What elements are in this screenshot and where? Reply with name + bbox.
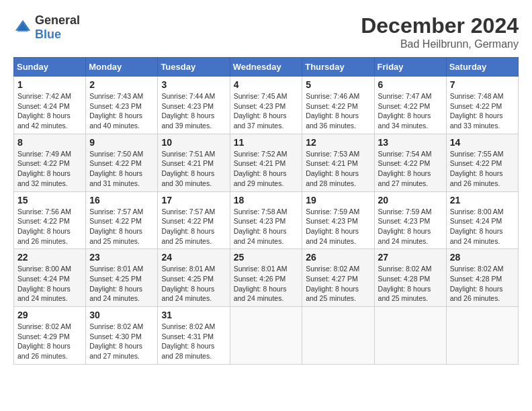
sunset: Sunset: 4:28 PM — [450, 275, 502, 283]
calendar-cell: 14 Sunrise: 7:55 AM Sunset: 4:22 PM Dayl… — [446, 134, 518, 191]
sunset: Sunset: 4:25 PM — [89, 275, 142, 283]
day-info: Sunrise: 8:02 AM Sunset: 4:28 PM Dayligh… — [450, 264, 515, 304]
daylight: Daylight: 8 hours and 24 minutes. — [450, 227, 503, 245]
daylight: Daylight: 8 hours and 26 minutes. — [450, 169, 503, 187]
day-number: 9 — [89, 137, 154, 148]
day-info: Sunrise: 7:48 AM Sunset: 4:22 PM Dayligh… — [450, 91, 515, 131]
sunrise: Sunrise: 7:59 AM — [378, 208, 432, 216]
daylight: Daylight: 8 hours and 24 minutes. — [234, 285, 287, 303]
calendar-cell: 13 Sunrise: 7:54 AM Sunset: 4:22 PM Dayl… — [374, 134, 446, 191]
calendar-week-3: 15 Sunrise: 7:56 AM Sunset: 4:22 PM Dayl… — [14, 191, 519, 249]
day-info: Sunrise: 7:42 AM Sunset: 4:24 PM Dayligh… — [17, 91, 82, 131]
calendar-subtitle: Bad Heilbrunn, Germany — [361, 38, 519, 50]
sunrise: Sunrise: 8:02 AM — [17, 322, 71, 330]
day-info: Sunrise: 8:02 AM Sunset: 4:29 PM Dayligh… — [17, 322, 82, 361]
day-info: Sunrise: 8:02 AM Sunset: 4:28 PM Dayligh… — [378, 264, 443, 304]
daylight: Daylight: 8 hours and 39 minutes. — [161, 111, 214, 130]
sunset: Sunset: 4:31 PM — [161, 332, 214, 340]
day-info: Sunrise: 7:49 AM Sunset: 4:22 PM Dayligh… — [17, 149, 82, 189]
daylight: Daylight: 8 hours and 24 minutes. — [234, 227, 287, 245]
sunrise: Sunrise: 7:57 AM — [89, 208, 143, 216]
header-row: Sunday Monday Tuesday Wednesday Thursday… — [14, 58, 519, 77]
day-info: Sunrise: 8:02 AM Sunset: 4:30 PM Dayligh… — [89, 322, 154, 361]
sunrise: Sunrise: 7:45 AM — [234, 92, 287, 100]
sunset: Sunset: 4:21 PM — [306, 159, 358, 167]
calendar-body: 1 Sunrise: 7:42 AM Sunset: 4:24 PM Dayli… — [14, 77, 519, 365]
sunrise: Sunrise: 7:57 AM — [161, 208, 215, 216]
sunrise: Sunrise: 7:56 AM — [17, 208, 71, 216]
daylight: Daylight: 8 hours and 34 minutes. — [378, 111, 431, 130]
sunrise: Sunrise: 7:42 AM — [17, 92, 71, 100]
daylight: Daylight: 8 hours and 24 minutes. — [17, 285, 71, 303]
day-info: Sunrise: 8:01 AM Sunset: 4:26 PM Dayligh… — [234, 264, 299, 304]
day-info: Sunrise: 7:47 AM Sunset: 4:22 PM Dayligh… — [378, 91, 443, 131]
calendar-cell: 28 Sunrise: 8:02 AM Sunset: 4:28 PM Dayl… — [446, 249, 518, 307]
calendar-cell — [446, 307, 518, 365]
sunset: Sunset: 4:23 PM — [234, 102, 286, 110]
day-number: 31 — [161, 310, 226, 320]
day-number: 17 — [161, 195, 226, 205]
day-info: Sunrise: 7:56 AM Sunset: 4:22 PM Dayligh… — [17, 207, 82, 246]
sunrise: Sunrise: 8:01 AM — [234, 265, 287, 273]
calendar-cell: 6 Sunrise: 7:47 AM Sunset: 4:22 PM Dayli… — [374, 77, 446, 134]
daylight: Daylight: 8 hours and 29 minutes. — [234, 169, 287, 187]
daylight: Daylight: 8 hours and 25 minutes. — [89, 227, 142, 245]
day-number: 22 — [17, 252, 82, 263]
calendar-cell: 5 Sunrise: 7:46 AM Sunset: 4:22 PM Dayli… — [302, 77, 374, 134]
day-number: 26 — [306, 252, 370, 263]
day-number: 2 — [89, 79, 154, 90]
sunrise: Sunrise: 7:54 AM — [378, 150, 432, 158]
day-number: 16 — [89, 195, 154, 205]
day-number: 1 — [17, 79, 82, 90]
day-number: 29 — [17, 310, 82, 320]
calendar-cell: 3 Sunrise: 7:44 AM Sunset: 4:23 PM Dayli… — [158, 77, 230, 134]
day-number: 6 — [378, 79, 443, 90]
day-number: 27 — [378, 252, 443, 263]
daylight: Daylight: 8 hours and 26 minutes. — [450, 285, 503, 303]
calendar-cell: 24 Sunrise: 8:01 AM Sunset: 4:25 PM Dayl… — [158, 249, 230, 307]
sunrise: Sunrise: 8:00 AM — [17, 265, 71, 273]
calendar-cell: 31 Sunrise: 8:02 AM Sunset: 4:31 PM Dayl… — [158, 307, 230, 365]
day-info: Sunrise: 8:01 AM Sunset: 4:25 PM Dayligh… — [89, 264, 154, 304]
calendar-cell: 21 Sunrise: 8:00 AM Sunset: 4:24 PM Dayl… — [446, 191, 518, 249]
daylight: Daylight: 8 hours and 27 minutes. — [378, 169, 431, 187]
sunrise: Sunrise: 7:43 AM — [89, 92, 143, 100]
calendar-cell: 2 Sunrise: 7:43 AM Sunset: 4:23 PM Dayli… — [86, 77, 158, 134]
calendar-header: Sunday Monday Tuesday Wednesday Thursday… — [14, 58, 519, 77]
sunrise: Sunrise: 8:02 AM — [89, 322, 143, 330]
sunrise: Sunrise: 7:52 AM — [234, 150, 287, 158]
day-number: 14 — [450, 137, 515, 148]
sunrise: Sunrise: 8:02 AM — [378, 265, 432, 273]
daylight: Daylight: 8 hours and 25 minutes. — [161, 227, 214, 245]
sunset: Sunset: 4:26 PM — [234, 275, 286, 283]
col-monday: Monday — [86, 58, 158, 77]
sunset: Sunset: 4:22 PM — [306, 102, 358, 110]
day-number: 4 — [234, 79, 299, 90]
calendar-cell: 8 Sunrise: 7:49 AM Sunset: 4:22 PM Dayli… — [14, 134, 86, 191]
calendar-cell: 26 Sunrise: 8:02 AM Sunset: 4:27 PM Dayl… — [302, 249, 374, 307]
calendar-cell: 7 Sunrise: 7:48 AM Sunset: 4:22 PM Dayli… — [446, 77, 518, 134]
col-tuesday: Tuesday — [158, 58, 230, 77]
sunset: Sunset: 4:22 PM — [89, 159, 142, 167]
daylight: Daylight: 8 hours and 30 minutes. — [161, 169, 214, 187]
col-saturday: Saturday — [446, 58, 518, 77]
day-number: 25 — [234, 252, 299, 263]
sunset: Sunset: 4:22 PM — [89, 217, 142, 225]
calendar-cell: 18 Sunrise: 7:58 AM Sunset: 4:23 PM Dayl… — [230, 191, 302, 249]
calendar-cell: 17 Sunrise: 7:57 AM Sunset: 4:22 PM Dayl… — [158, 191, 230, 249]
sunset: Sunset: 4:22 PM — [161, 217, 214, 225]
sunset: Sunset: 4:22 PM — [378, 159, 431, 167]
sunset: Sunset: 4:22 PM — [17, 217, 70, 225]
calendar-cell: 19 Sunrise: 7:59 AM Sunset: 4:23 PM Dayl… — [302, 191, 374, 249]
day-info: Sunrise: 8:00 AM Sunset: 4:24 PM Dayligh… — [17, 264, 82, 304]
day-info: Sunrise: 8:02 AM Sunset: 4:31 PM Dayligh… — [161, 322, 226, 361]
logo-blue: Blue — [35, 28, 61, 41]
day-number: 21 — [450, 195, 515, 205]
day-info: Sunrise: 7:59 AM Sunset: 4:23 PM Dayligh… — [378, 207, 443, 246]
calendar-cell: 23 Sunrise: 8:01 AM Sunset: 4:25 PM Dayl… — [86, 249, 158, 307]
col-wednesday: Wednesday — [230, 58, 302, 77]
daylight: Daylight: 8 hours and 24 minutes. — [306, 227, 359, 245]
calendar-cell — [230, 307, 302, 365]
calendar-cell: 1 Sunrise: 7:42 AM Sunset: 4:24 PM Dayli… — [14, 77, 86, 134]
sunrise: Sunrise: 7:47 AM — [378, 92, 432, 100]
